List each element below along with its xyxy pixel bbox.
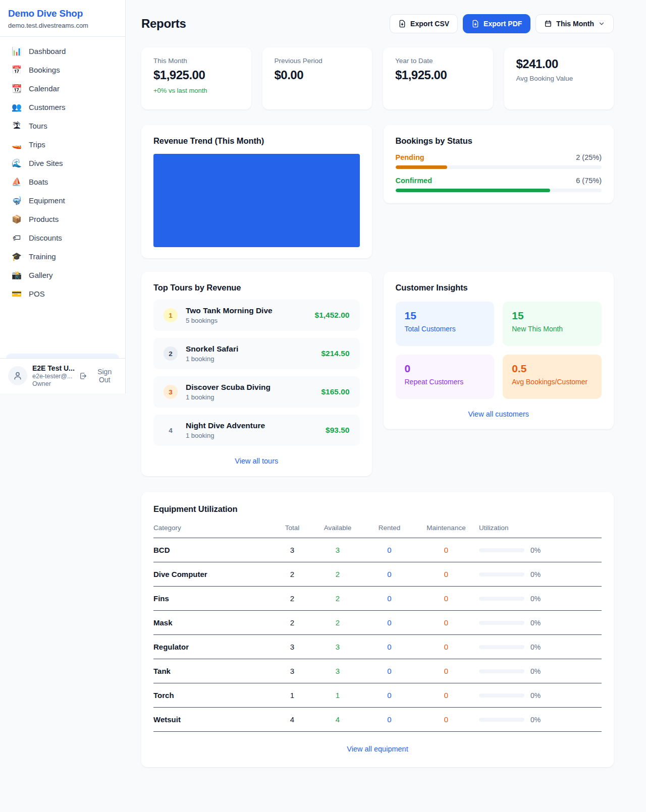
revenue-trend-title: Revenue Trend (This Month): [153, 136, 360, 146]
tour-name: Snorkel Safari: [186, 344, 238, 354]
status-progress-track: [396, 189, 602, 192]
view-all-equipment-link[interactable]: View all equipment: [153, 745, 602, 753]
brand: Demo Dive Shop demo.test.divestreams.com: [0, 0, 125, 37]
stat-card-year-to-date: Year to Date $1,925.00: [383, 47, 493, 109]
cell-available: 4: [310, 715, 365, 724]
sidebar-item-calendar[interactable]: 📆 Calendar: [6, 79, 119, 98]
sidebar-nav: 📊 Dashboard 📅 Bookings 📆 Calendar 👥 Cust…: [0, 37, 125, 354]
rank-badge: 3: [164, 385, 178, 399]
pos-icon: 💳: [11, 290, 22, 298]
tile-label: Total Customers: [405, 325, 486, 333]
view-all-tours-link[interactable]: View all tours: [153, 457, 360, 465]
avatar: [8, 366, 27, 385]
cell-total: 2: [275, 618, 310, 627]
sidebar-item-bookings[interactable]: 📅 Bookings: [6, 61, 119, 79]
period-select[interactable]: This Month: [535, 14, 614, 33]
gallery-icon: 📸: [11, 271, 22, 279]
boats-icon: ⛵: [11, 178, 22, 186]
stat-label: Year to Date: [395, 57, 481, 65]
equipment-utilization-card: Equipment Utilization Category Total Ava…: [141, 492, 614, 767]
cell-utilization: 0%: [479, 643, 600, 651]
stat-card-previous-period: Previous Period $0.00: [262, 47, 372, 109]
tour-row: 2 Snorkel Safari 1 booking $214.50: [153, 338, 360, 369]
stat-label: Previous Period: [275, 57, 360, 65]
chevron-down-icon: [598, 20, 605, 27]
column-header-category: Category: [153, 524, 275, 532]
customer-insights-title: Customer Insights: [396, 283, 602, 293]
sidebar-item-discounts[interactable]: 🏷 Discounts: [6, 228, 119, 247]
bookings-by-status-card: Bookings by Status Pending 2 (25%): [384, 125, 614, 203]
sidebar-item-products[interactable]: 📦 Products: [6, 210, 119, 228]
page-title: Reports: [141, 17, 186, 31]
user-icon: [13, 371, 23, 381]
tile-repeat-customers: 0 Repeat Customers: [396, 355, 495, 399]
insight-tiles: 15 Total Customers 15 New This Month 0 R…: [396, 302, 602, 399]
cell-available: 2: [310, 570, 365, 578]
user-role: Owner: [32, 380, 74, 387]
utilization-percent: 0%: [530, 643, 541, 651]
status-label: Pending: [396, 153, 424, 161]
cell-utilization: 0%: [479, 570, 600, 578]
sign-out-button[interactable]: Sign Out: [79, 368, 118, 384]
status-progress-fill: [396, 165, 447, 169]
cell-rented: 0: [365, 643, 413, 651]
brand-title[interactable]: Demo Dive Shop: [8, 8, 117, 19]
page-header: Reports Export CSV Export PDF This Month: [141, 14, 614, 33]
cell-utilization: 0%: [479, 619, 600, 627]
status-row: Pending 2 (25%): [396, 153, 602, 169]
tile-value: 0: [405, 363, 486, 375]
file-download-icon: [398, 20, 406, 28]
sidebar-item-label: Equipment: [29, 196, 65, 205]
sidebar-item-label: Discounts: [29, 234, 62, 242]
export-pdf-button[interactable]: Export PDF: [463, 14, 530, 33]
cell-category: Tank: [153, 667, 275, 675]
top-tours-title: Top Tours by Revenue: [153, 283, 360, 293]
sidebar-item-training[interactable]: 🎓 Training: [6, 247, 119, 266]
user-email: e2e-tester@...: [32, 373, 74, 380]
stat-value: $1,925.00: [395, 68, 481, 82]
tour-bookings: 5 bookings: [186, 317, 273, 324]
export-csv-button[interactable]: Export CSV: [390, 14, 458, 33]
sidebar-item-boats[interactable]: ⛵ Boats: [6, 172, 119, 191]
cell-utilization: 0%: [479, 595, 600, 603]
bookings-icon: 📅: [11, 66, 22, 74]
view-all-customers-link[interactable]: View all customers: [396, 410, 602, 418]
top-tours-card: Top Tours by Revenue 1 Two Tank Morning …: [141, 272, 372, 476]
sidebar-item-reports-active[interactable]: [6, 354, 119, 358]
sidebar-item-dashboard[interactable]: 📊 Dashboard: [6, 42, 119, 61]
sidebar-item-gallery[interactable]: 📸 Gallery: [6, 266, 119, 284]
table-row: Torch 1 1 0 0 0%: [153, 683, 602, 708]
tour-row: 4 Night Dive Adventure 1 booking $93.50: [153, 415, 360, 446]
sidebar-item-label: Dive Sites: [29, 159, 63, 167]
tile-value: 15: [512, 310, 593, 322]
cell-maintenance: 0: [413, 691, 479, 700]
sidebar-item-customers[interactable]: 👥 Customers: [6, 98, 119, 117]
tile-avg-bookings-customer: 0.5 Avg Bookings/Customer: [503, 355, 602, 399]
stats-row: This Month $1,925.00 +0% vs last month P…: [141, 47, 614, 109]
sidebar-item-label: Training: [29, 252, 56, 261]
cell-rented: 0: [365, 618, 413, 627]
cell-available: 2: [310, 594, 365, 603]
cell-total: 2: [275, 594, 310, 603]
equipment-icon: 🤿: [11, 197, 22, 205]
calendar-icon: 📆: [11, 85, 22, 93]
cell-maintenance: 0: [413, 594, 479, 603]
table-row: Mask 2 2 0 0 0%: [153, 611, 602, 635]
cell-maintenance: 0: [413, 643, 479, 651]
sidebar-item-tours[interactable]: 🏝 Tours: [6, 117, 119, 135]
sidebar-item-dive-sites[interactable]: 🌊 Dive Sites: [6, 154, 119, 172]
revenue-trend-chart[interactable]: [153, 154, 360, 247]
column-header-rented: Rented: [365, 524, 413, 532]
user-area: E2E Test U... e2e-tester@... Owner Sign …: [0, 358, 125, 393]
sidebar-item-equipment[interactable]: 🤿 Equipment: [6, 191, 119, 210]
sidebar-item-trips[interactable]: 🚤 Trips: [6, 135, 119, 154]
sidebar-item-pos[interactable]: 💳 POS: [6, 284, 119, 303]
utilization-percent: 0%: [530, 570, 541, 578]
tour-revenue: $165.00: [321, 387, 349, 396]
cell-available: 3: [310, 643, 365, 651]
cell-total: 3: [275, 643, 310, 651]
equipment-utilization-title: Equipment Utilization: [153, 504, 602, 514]
sidebar-item-label: Boats: [29, 178, 48, 186]
tour-revenue: $1,452.00: [315, 311, 350, 320]
stat-value: $0.00: [275, 68, 360, 82]
